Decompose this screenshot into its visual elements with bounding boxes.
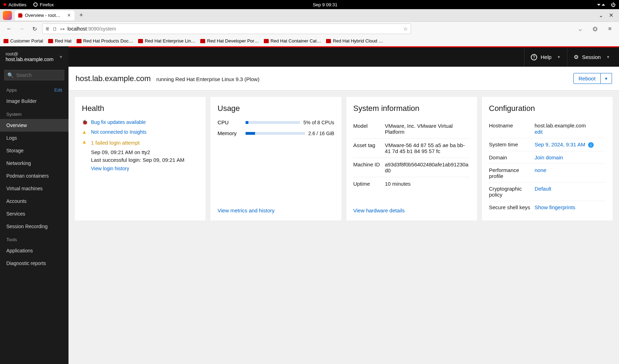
forward-button: → <box>17 24 27 34</box>
bookmark-item[interactable]: Red Hat Developer Por… <box>200 38 259 44</box>
sidebar-item-accounts[interactable]: Accounts <box>0 195 69 207</box>
extensions-icon[interactable]: ⏣ <box>590 24 600 34</box>
power-icon[interactable]: ⏻ <box>611 2 615 7</box>
browser-tab[interactable]: Overview - root@host.lab ✕ <box>15 11 74 20</box>
tab-list-button[interactable]: ⌄ <box>596 12 606 19</box>
info-icon[interactable]: i <box>588 142 594 148</box>
sidebar-item-diagnostic-reports[interactable]: Diagnostic reports <box>0 257 69 270</box>
tab-title: Overview - root@host.lab <box>25 13 64 18</box>
bookmark-item[interactable]: Red Hat Hybrid Cloud … <box>326 38 383 44</box>
sidebar-item-logs[interactable]: Logs <box>0 132 69 144</box>
firefox-app-menu[interactable]: Firefox <box>33 2 54 7</box>
sidebar-item-session-recording[interactable]: Session Recording <box>0 220 69 233</box>
chevron-down-icon: ▼ <box>59 55 63 59</box>
browser-toolbar: ← → ↻ ⛨ 🗋 ⊶ localhost:9090/system ☆ ⌵ ⏣ … <box>0 22 619 36</box>
sidebar-item-virtual-machines[interactable]: Virtual machines <box>0 182 69 195</box>
sidebar: root@ host.lab.example.com ▼ 🔍 Apps Edit… <box>0 46 69 364</box>
new-tab-button[interactable]: + <box>77 11 86 20</box>
cpu-value: 5% of 8 CPUs <box>304 120 334 125</box>
page-title: host.lab.example.com <box>76 74 151 83</box>
bookmark-item[interactable]: Red Hat Enterprise Lin… <box>138 38 196 44</box>
redhat-icon <box>138 39 143 43</box>
reload-button[interactable]: ↻ <box>30 24 39 34</box>
cpu-label: CPU <box>217 119 242 125</box>
cpu-bar <box>246 121 300 124</box>
tab-close-icon[interactable]: ✕ <box>67 13 71 18</box>
redhat-icon <box>77 39 82 43</box>
memory-value: 2.6 / 16 GiB <box>308 131 334 136</box>
host-switcher[interactable]: root@ host.lab.example.com ▼ <box>0 46 69 67</box>
bookmark-bar: Customer PortalRed HatRed Hat Products D… <box>0 36 619 46</box>
health-card: Health 🐞 Bug fix updates available ▲ Not… <box>75 97 206 220</box>
edit-apps-link[interactable]: Edit <box>54 87 62 93</box>
sidebar-item-networking[interactable]: Networking <box>0 157 69 170</box>
sysinfo-card: System information ModelVMware, Inc. VMw… <box>346 97 477 220</box>
sidebar-item-applications[interactable]: Applications <box>0 244 69 257</box>
permission-icon[interactable]: ⊶ <box>60 26 65 32</box>
address-bar[interactable]: ⛨ 🗋 ⊶ localhost:9090/system ☆ <box>42 24 411 34</box>
help-icon: ? <box>531 54 537 60</box>
config-title: Configuration <box>489 104 606 113</box>
session-menu[interactable]: ⚙ Session ▼ <box>567 47 616 67</box>
reboot-button[interactable]: Reboot <box>573 73 601 84</box>
sidebar-item-podman-containers[interactable]: Podman containers <box>0 170 69 182</box>
redhat-icon <box>200 39 205 43</box>
current-user: root@ <box>6 51 53 57</box>
bookmark-item[interactable]: Red Hat Container Cat… <box>264 38 321 44</box>
app-top-bar: ? Help ▼ ⚙ Session ▼ <box>69 46 619 67</box>
os-top-bar: Activities Firefox Sep 9 09:31 ⏷⏶ ⏻ <box>0 0 619 9</box>
sysinfo-row: Machine IDa93d3f8f0b56402480afe1ab91230a… <box>353 158 470 177</box>
hostname-value: host.lab.example.com <box>535 123 586 128</box>
search-input[interactable] <box>16 72 69 78</box>
network-icon[interactable]: ⏷⏶ <box>597 2 606 7</box>
systime-label: System time <box>489 141 535 147</box>
crypto-policy-link[interactable]: Default <box>535 186 552 192</box>
bugfix-link[interactable]: Bug fix updates available <box>91 119 146 125</box>
usage-title: Usage <box>217 104 334 113</box>
failed-login-detail: Sep 09, 09:21 AM on tty2 <box>91 148 198 157</box>
bookmark-item[interactable]: Red Hat Products Doc… <box>77 38 133 44</box>
activities-button[interactable]: Activities <box>4 2 26 7</box>
sidebar-item-storage[interactable]: Storage <box>0 144 69 157</box>
redhat-icon <box>326 39 331 43</box>
help-menu[interactable]: ? Help ▼ <box>524 47 567 67</box>
failed-login-text: 1 failed login attempt <box>91 139 139 147</box>
sidebar-item-overview[interactable]: Overview <box>0 119 69 132</box>
systime-link[interactable]: Sep 9, 2024, 9:31 AM <box>535 141 585 147</box>
perf-label: Performance profile <box>489 167 535 179</box>
hostname-edit-link[interactable]: edit <box>535 129 606 135</box>
window-close-button[interactable]: ✕ <box>606 12 616 19</box>
gear-icon: ⚙ <box>574 54 579 60</box>
memory-bar <box>246 132 305 135</box>
page-subtitle: running Red Hat Enterprise Linux 9.3 (Pl… <box>156 76 259 82</box>
join-domain-link[interactable]: Join domain <box>535 154 563 160</box>
bookmark-item[interactable]: Customer Portal <box>4 38 43 44</box>
url-text: localhost:9090/system <box>67 26 400 32</box>
sidebar-search[interactable]: 🔍 <box>4 70 64 80</box>
current-host: host.lab.example.com <box>6 57 53 62</box>
view-metrics-link[interactable]: View metrics and history <box>217 207 334 213</box>
pocket-icon[interactable]: ⌵ <box>575 24 585 34</box>
back-button[interactable]: ← <box>4 24 14 34</box>
clock[interactable]: Sep 9 09:31 <box>54 2 597 7</box>
hamburger-menu-icon[interactable]: ≡ <box>605 24 615 34</box>
search-icon: 🔍 <box>7 72 13 78</box>
view-login-history-link[interactable]: View login history <box>91 166 198 171</box>
section-apps: Apps Edit <box>0 83 69 95</box>
reboot-dropdown-toggle[interactable]: ▼ <box>601 73 612 84</box>
bookmark-star-icon[interactable]: ☆ <box>403 26 408 32</box>
ssh-fingerprints-link[interactable]: Show fingerprints <box>535 204 575 210</box>
site-info-icon[interactable]: 🗋 <box>53 26 57 32</box>
shield-icon[interactable]: ⛨ <box>45 26 50 32</box>
crypto-label: Cryptographic policy <box>489 186 535 198</box>
bookmark-item[interactable]: Red Hat <box>48 38 72 44</box>
sidebar-item-services[interactable]: Services <box>0 207 69 220</box>
redhat-icon <box>4 39 8 43</box>
view-hardware-link[interactable]: View hardware details <box>353 207 470 213</box>
perf-profile-link[interactable]: none <box>535 167 546 173</box>
sidebar-item-image-builder[interactable]: Image Builder <box>0 95 69 107</box>
warning-icon: ▲ <box>82 139 87 145</box>
usage-card: Usage CPU 5% of 8 CPUs Memory 2.6 / 16 G… <box>210 97 341 220</box>
insights-link[interactable]: Not connected to Insights <box>91 129 146 135</box>
redhat-icon <box>48 39 53 43</box>
